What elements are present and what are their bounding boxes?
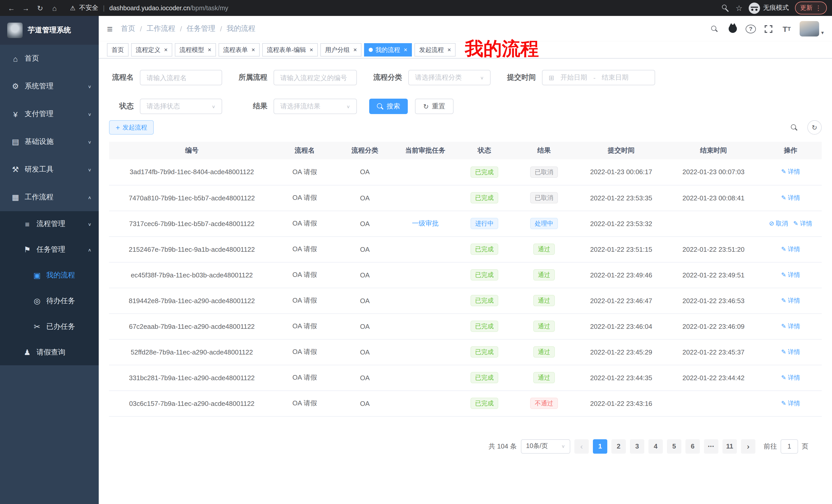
tab-close-icon[interactable]: ×: [404, 47, 407, 53]
current-task-link[interactable]: 一级审批: [412, 219, 439, 227]
prev-page-button[interactable]: ‹: [574, 439, 589, 453]
process-name-input[interactable]: [140, 70, 222, 85]
cell-submit-time: 2022-01-22 23:45:29: [575, 339, 668, 365]
tab-process-model[interactable]: 流程模型×: [175, 43, 216, 57]
sidebar-item-payment[interactable]: ¥支付管理∨: [0, 100, 99, 128]
detail-link[interactable]: ✎详情: [793, 220, 812, 227]
page-button-5[interactable]: 5: [667, 439, 681, 453]
page-button-6[interactable]: 6: [685, 439, 700, 453]
breadcrumb-item[interactable]: 工作流程: [147, 24, 175, 33]
cell-id: 67c2eaab-7b9a-11ec-a290-acde48001122: [109, 313, 275, 339]
process-id-input[interactable]: [274, 70, 357, 85]
page-button-11[interactable]: 11: [723, 439, 737, 453]
detail-icon: ✎: [781, 374, 786, 381]
cell-status: 已完成: [456, 365, 513, 390]
navbar-right: ? TT ▾: [710, 21, 824, 36]
sidebar-item-system[interactable]: ⚙系统管理∨: [0, 73, 99, 100]
status-select[interactable]: 请选择状态 ∨: [140, 99, 222, 114]
update-label: 更新: [800, 4, 812, 12]
tab-home[interactable]: 首页: [107, 43, 129, 57]
page-button-4[interactable]: 4: [648, 439, 663, 453]
menu-kebab-icon[interactable]: ⋮: [815, 4, 822, 12]
tab-close-icon[interactable]: ×: [164, 47, 167, 53]
detail-link[interactable]: ✎详情: [781, 323, 800, 330]
page-button-2[interactable]: 2: [612, 439, 626, 453]
cell-current-task: [395, 262, 456, 288]
chevron-up-icon: ∧: [88, 195, 92, 200]
sidebar-item-task-manage[interactable]: ⚑任务管理∧: [0, 237, 99, 262]
show-search-button[interactable]: [787, 120, 801, 135]
browser-home-icon[interactable]: ⌂: [48, 2, 61, 14]
app-logo[interactable]: 芋道管理系统: [0, 16, 99, 45]
tab-close-icon[interactable]: ×: [353, 47, 357, 53]
detail-link[interactable]: ✎详情: [781, 348, 800, 355]
detail-link[interactable]: ✎详情: [781, 374, 800, 381]
detail-link[interactable]: ✎详情: [781, 271, 800, 278]
tab-close-icon[interactable]: ×: [208, 47, 211, 53]
user-avatar[interactable]: ▾: [800, 21, 824, 36]
detail-link[interactable]: ✎详情: [781, 194, 800, 201]
page-size-select[interactable]: 10条/页 ∨: [521, 439, 570, 453]
sidebar-item-process-manage[interactable]: ≡流程管理∨: [0, 211, 99, 237]
cell-result: 通过: [513, 339, 575, 365]
password-key-icon[interactable]: [721, 4, 729, 12]
sidebar-toggle-icon[interactable]: ≡: [107, 24, 113, 34]
browser-reload-icon[interactable]: ↻: [34, 2, 46, 14]
breadcrumb-item[interactable]: 任务管理: [187, 24, 215, 33]
tab-my-process[interactable]: 我的流程×: [364, 43, 412, 57]
cell-category: OA: [335, 262, 395, 288]
sidebar-item-my-process[interactable]: ▣我的流程: [0, 262, 99, 288]
gear-icon: ⚙: [10, 82, 21, 91]
sidebar-item-workflow[interactable]: ▦工作流程∧: [0, 184, 99, 211]
table-row: 331bc281-7b9a-11ec-a290-acde48001122OA 请…: [109, 365, 822, 390]
sidebar-item-infrastructure[interactable]: ▤基础设施∨: [0, 128, 99, 156]
page-button-1[interactable]: 1: [593, 439, 607, 453]
result-select[interactable]: 请选择流结果 ∨: [274, 99, 357, 114]
sidebar-item-leave-query[interactable]: ♟请假查询: [0, 340, 99, 365]
tab-close-icon[interactable]: ×: [447, 47, 451, 53]
category-select[interactable]: 请选择流程分类 ∨: [408, 70, 491, 85]
cell-actions: ✎详情: [759, 185, 822, 211]
refresh-table-button[interactable]: ↻: [807, 120, 822, 135]
submit-time-range-picker[interactable]: ⊞ 开始日期 - 结束日期: [542, 70, 655, 85]
breadcrumb-item[interactable]: 首页: [121, 24, 135, 33]
browser-back-icon[interactable]: ←: [5, 2, 18, 14]
fullscreen-icon[interactable]: [763, 23, 774, 34]
tab-start-process[interactable]: 发起流程×: [414, 43, 456, 57]
bookmark-star-icon[interactable]: ☆: [735, 3, 743, 12]
tab-close-icon[interactable]: ×: [310, 47, 313, 53]
tab-user-group[interactable]: 用户分组×: [320, 43, 362, 57]
detail-link[interactable]: ✎详情: [781, 297, 800, 304]
page-url: dashboard.yudao.iocoder.cn/bpm/task/my: [109, 4, 228, 11]
create-process-button[interactable]: + 发起流程: [109, 120, 154, 135]
browser-forward-icon[interactable]: →: [20, 2, 32, 14]
sidebar-item-todo-task[interactable]: ◎待办任务: [0, 288, 99, 314]
search-button[interactable]: 搜索: [369, 99, 408, 114]
detail-link[interactable]: ✎详情: [781, 245, 800, 253]
cell-current-task: [395, 390, 456, 416]
tab-close-icon[interactable]: ×: [252, 47, 255, 53]
font-size-icon[interactable]: TT: [782, 23, 792, 34]
detail-link[interactable]: ✎详情: [781, 399, 800, 407]
page-button-3[interactable]: 3: [630, 439, 644, 453]
pagination-more-button[interactable]: •••: [704, 439, 718, 453]
goto-page-input[interactable]: [781, 439, 798, 453]
sidebar-item-home[interactable]: ⌂首页: [0, 45, 99, 73]
github-icon[interactable]: [728, 23, 738, 34]
cancel-link[interactable]: ⊘取消: [769, 220, 788, 227]
cell-current-task: [395, 185, 456, 211]
help-icon[interactable]: ?: [746, 24, 756, 33]
address-bar[interactable]: ⚠ 不安全 | dashboard.yudao.iocoder.cn/bpm/t…: [70, 4, 719, 12]
tab-process-form[interactable]: 流程表单×: [218, 43, 260, 57]
tab-process-form-edit[interactable]: 流程表单-编辑×: [262, 43, 318, 57]
tab-process-definition[interactable]: 流程定义×: [131, 43, 172, 57]
header-search-icon[interactable]: [710, 23, 720, 34]
browser-update-button[interactable]: 更新 ⋮: [795, 2, 827, 15]
sidebar-item-done-task[interactable]: ✂已办任务: [0, 314, 99, 340]
cell-submit-time: 2022-01-22 23:51:15: [575, 236, 668, 262]
next-page-button[interactable]: ›: [741, 439, 755, 453]
breadcrumb-separator: /: [180, 25, 182, 33]
detail-link[interactable]: ✎详情: [781, 168, 800, 175]
reset-button[interactable]: ↻ 重置: [415, 99, 453, 114]
sidebar-item-devtools[interactable]: ⚒研发工具∨: [0, 156, 99, 184]
